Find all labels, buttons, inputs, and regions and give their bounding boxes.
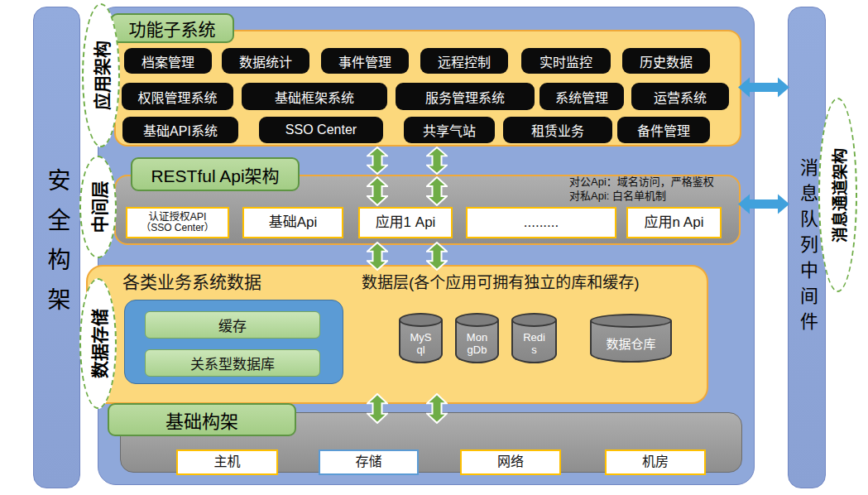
infra-box-host: 主机 — [176, 449, 278, 475]
data-storage-label: 数据存储 — [86, 309, 111, 378]
app-architecture-ellipse: 应用架构 — [82, 3, 120, 147]
infra-box-machine-room: 机房 — [605, 449, 706, 475]
message-queue-middleware-bar: 消息队列中间件 — [788, 7, 826, 488]
middleware-ellipse: 中间层 — [79, 156, 117, 258]
api-private-note: 对私Api: 白名单机制 — [569, 190, 714, 204]
double-arrow-vertical-icon — [367, 393, 388, 424]
data-layer-title: 数据层(各个应用可拥有独立的库和缓存) — [362, 270, 640, 292]
api-box-appn: 应用n Api — [626, 207, 722, 238]
business-data-title: 各类业务系统数据 — [122, 268, 261, 293]
subsystem-permission-management: 权限管理系统 — [122, 83, 233, 110]
double-arrow-vertical-icon — [367, 242, 388, 271]
api-box-base: 基础Api — [242, 207, 343, 238]
restful-api-title: RESTful Api架构 — [131, 157, 300, 191]
double-arrow-vertical-icon — [426, 176, 448, 206]
message-channel-label: 消息通道架构 — [827, 147, 849, 242]
subsystem-base-api: 基础API系统 — [122, 117, 238, 143]
subsystem-spare-parts-management: 备件管理 — [617, 117, 710, 143]
database-cylinder-mongodb: MongDb — [455, 313, 499, 363]
message-queue-middleware-label: 消息队列中间件 — [794, 158, 820, 338]
double-arrow-vertical-icon — [426, 147, 448, 175]
subsystem-leasing-business: 租赁业务 — [503, 117, 612, 143]
message-channel-ellipse: 消息通道架构 — [818, 98, 857, 292]
database-cylinder-mysql: MySql — [399, 313, 443, 363]
infrastructure-title: 基础构架 — [108, 403, 296, 436]
subsystem-sso-center: SSO Center — [259, 117, 383, 143]
api-access-note: 对公Api：域名访问，严格鉴权 对私Api: 白名单机制 — [569, 175, 714, 204]
security-architecture-label: 安全构架 — [41, 168, 74, 327]
api-box-ellipsis: ......... — [466, 207, 616, 238]
restful-api-title-text: RESTful Api架构 — [151, 162, 279, 187]
double-arrow-vertical-icon — [367, 176, 388, 206]
app-architecture-label: 应用架构 — [89, 41, 113, 110]
double-arrow-vertical-icon — [367, 147, 388, 175]
subsystem-remote-control: 远程控制 — [420, 48, 508, 74]
subsystem-data-statistics: 数据统计 — [222, 48, 309, 74]
subsystem-archive-management: 档案管理 — [124, 48, 212, 74]
functional-subsystem-title-text: 功能子系统 — [129, 16, 216, 41]
subsystem-history-data: 历史数据 — [622, 48, 710, 74]
api-box-app1: 应用1 Api — [358, 207, 453, 238]
database-cylinder-redis: Redis — [511, 313, 557, 363]
subsystem-event-management: 事件管理 — [321, 48, 409, 74]
infra-box-storage: 存储 — [319, 449, 419, 475]
subsystem-system-management: 系统管理 — [540, 83, 624, 110]
double-arrow-vertical-icon — [426, 393, 448, 424]
infra-box-network: 网络 — [460, 449, 561, 475]
subsystem-service-management: 服务管理系统 — [396, 83, 535, 110]
relational-db-box: 关系型数据库 — [145, 349, 320, 377]
double-arrow-horizontal-icon — [737, 191, 790, 217]
cache-box: 缓存 — [145, 311, 320, 339]
database-cylinder-warehouse: 数据仓库 — [590, 314, 672, 363]
double-arrow-vertical-icon — [426, 242, 448, 271]
double-arrow-horizontal-icon — [737, 74, 790, 100]
middleware-label: 中间层 — [86, 181, 111, 233]
subsystem-shared-gas-station: 共享气站 — [404, 117, 495, 143]
security-architecture-bar: 安全构架 — [33, 7, 80, 488]
subsystem-operation-system: 运营系统 — [631, 83, 729, 110]
functional-subsystem-title: 功能子系统 — [110, 13, 234, 43]
architecture-diagram: { "left_bar": { "label": "安全构架" }, "righ… — [0, 0, 868, 495]
api-box-auth-sso: 认证授权API （SSO Center） — [126, 207, 229, 238]
data-storage-ellipse: 数据存储 — [79, 278, 117, 409]
api-public-note: 对公Api：域名访问，严格鉴权 — [569, 175, 714, 190]
subsystem-base-framework: 基础框架系统 — [242, 83, 387, 110]
subsystem-realtime-monitoring: 实时监控 — [521, 48, 611, 74]
